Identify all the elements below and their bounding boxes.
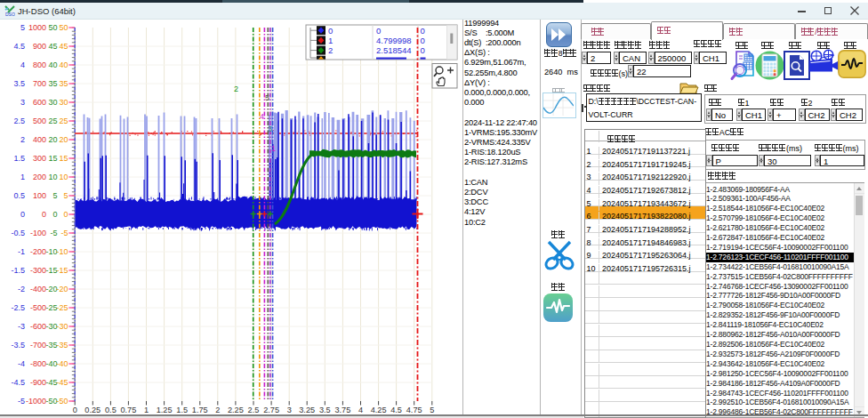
svg-text:0: 0 xyxy=(52,210,57,219)
svg-text:2.518544: 2.518544 xyxy=(376,45,412,55)
svg-text:-900: -900 xyxy=(30,378,46,387)
svg-text:-500: -500 xyxy=(30,303,46,312)
svg-text:100: 100 xyxy=(33,191,46,200)
svg-text:5: 5 xyxy=(52,191,57,200)
svg-text:2.5: 2.5 xyxy=(248,406,260,414)
svg-text:1.25: 1.25 xyxy=(157,406,173,414)
svg-text:-1.5: -1.5 xyxy=(11,266,25,275)
svg-text:4.25: 4.25 xyxy=(371,406,387,414)
svg-text:20: 20 xyxy=(59,135,68,144)
svg-text:-1: -1 xyxy=(18,247,25,256)
svg-text:500: 500 xyxy=(33,117,46,125)
svg-text:35: 35 xyxy=(59,79,68,88)
svg-text:-0.5: -0.5 xyxy=(11,229,25,237)
svg-text:1.5: 1.5 xyxy=(176,406,188,414)
svg-text:-35: -35 xyxy=(56,341,68,350)
svg-text:1000: 1000 xyxy=(28,23,46,32)
svg-text:2.5: 2.5 xyxy=(13,117,25,125)
svg-text:2: 2 xyxy=(328,45,333,55)
svg-text:30: 30 xyxy=(59,98,68,107)
svg-text:-5: -5 xyxy=(18,397,25,406)
svg-text:0: 0 xyxy=(421,36,425,45)
svg-text:-5: -5 xyxy=(50,229,57,237)
svg-text:15: 15 xyxy=(48,154,57,163)
svg-text:700: 700 xyxy=(33,79,46,88)
svg-text:0: 0 xyxy=(421,45,425,55)
svg-text:40: 40 xyxy=(48,60,57,69)
svg-text:-50: -50 xyxy=(56,397,68,406)
svg-text:0: 0 xyxy=(328,26,333,36)
svg-text:2.25: 2.25 xyxy=(228,406,244,414)
svg-text:400: 400 xyxy=(33,135,46,144)
svg-text:-600: -600 xyxy=(30,322,46,331)
svg-text:35: 35 xyxy=(48,79,57,88)
svg-text:-700: -700 xyxy=(30,341,46,350)
svg-text:-800: -800 xyxy=(30,359,46,368)
svg-text:4.5: 4.5 xyxy=(13,42,25,51)
svg-text:-5: -5 xyxy=(60,229,68,237)
svg-text:10: 10 xyxy=(59,173,68,181)
svg-text:3: 3 xyxy=(20,98,25,107)
svg-text:4: 4 xyxy=(20,60,25,69)
svg-text:50: 50 xyxy=(59,23,68,32)
svg-text:0: 0 xyxy=(73,406,77,414)
svg-text:-2.5: -2.5 xyxy=(11,303,25,312)
svg-text:-2: -2 xyxy=(18,285,25,293)
svg-text:4: 4 xyxy=(358,406,363,414)
svg-text:25: 25 xyxy=(48,117,57,125)
svg-text:3.5: 3.5 xyxy=(319,406,331,414)
svg-text:3.5: 3.5 xyxy=(13,79,25,88)
svg-text:-1000: -1000 xyxy=(26,397,46,406)
svg-text:-45: -45 xyxy=(56,378,68,387)
svg-text:-400: -400 xyxy=(30,285,46,293)
svg-text:1: 1 xyxy=(144,406,149,414)
svg-text:0.25: 0.25 xyxy=(84,406,100,414)
svg-text:0: 0 xyxy=(376,26,381,36)
svg-text:0: 0 xyxy=(421,26,425,36)
svg-text:5: 5 xyxy=(63,191,68,200)
svg-text:600: 600 xyxy=(33,98,46,107)
svg-text:5: 5 xyxy=(20,23,25,32)
svg-text:2: 2 xyxy=(215,406,220,414)
svg-text:300: 300 xyxy=(33,154,46,163)
svg-text:4.5: 4.5 xyxy=(390,406,402,414)
svg-text:-10: -10 xyxy=(56,247,68,256)
svg-text:800: 800 xyxy=(33,60,46,69)
svg-text:1.75: 1.75 xyxy=(192,406,208,414)
svg-text:-4: -4 xyxy=(18,359,25,368)
svg-text:25: 25 xyxy=(59,117,68,125)
svg-text:2: 2 xyxy=(234,84,238,93)
svg-text:1: 1 xyxy=(271,144,276,153)
svg-text:-100: -100 xyxy=(30,229,46,237)
svg-text:3: 3 xyxy=(268,125,272,133)
svg-text:1.5: 1.5 xyxy=(13,154,25,163)
svg-text:2: 2 xyxy=(20,135,25,144)
svg-text:45: 45 xyxy=(59,42,68,51)
svg-text:-3.5: -3.5 xyxy=(11,341,25,350)
svg-text:-25: -25 xyxy=(56,303,68,312)
svg-text:-30: -30 xyxy=(56,322,68,331)
svg-text:10: 10 xyxy=(48,173,57,181)
svg-text:4: 4 xyxy=(260,112,264,121)
svg-text:0: 0 xyxy=(42,210,46,219)
svg-text:-4.5: -4.5 xyxy=(11,378,25,387)
svg-text:DSO: DSO xyxy=(5,12,15,17)
svg-text:1: 1 xyxy=(20,173,25,181)
svg-text:0.75: 0.75 xyxy=(120,406,136,414)
svg-text:5: 5 xyxy=(430,406,434,414)
svg-text:3.75: 3.75 xyxy=(334,406,350,414)
svg-text:900: 900 xyxy=(33,42,46,51)
svg-text:0: 0 xyxy=(63,210,68,219)
svg-text:4.799998: 4.799998 xyxy=(376,36,412,45)
svg-text:-3: -3 xyxy=(18,322,25,331)
svg-text:-300: -300 xyxy=(30,266,46,275)
svg-text:20: 20 xyxy=(48,135,57,144)
svg-text:3.25: 3.25 xyxy=(299,406,315,414)
svg-text:0.5: 0.5 xyxy=(13,191,25,200)
svg-text:30: 30 xyxy=(48,98,57,107)
svg-text:0: 0 xyxy=(20,210,25,219)
svg-text:-40: -40 xyxy=(56,359,68,368)
svg-text:0.5: 0.5 xyxy=(105,406,117,414)
svg-text:50: 50 xyxy=(48,23,57,32)
svg-text:200: 200 xyxy=(33,173,46,181)
